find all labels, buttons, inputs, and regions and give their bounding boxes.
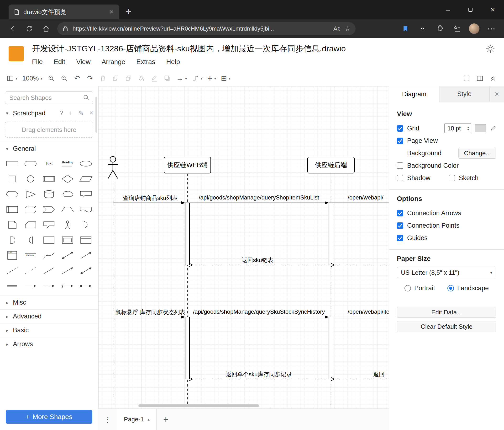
theme-toggle-button[interactable] [486, 44, 495, 54]
extensions-button[interactable] [432, 22, 447, 35]
shape-parallelogram[interactable] [77, 171, 95, 187]
delete-button[interactable] [97, 72, 109, 84]
fullscreen-button[interactable] [460, 72, 472, 84]
clear-default-style-button[interactable]: Clear Default Style [397, 321, 496, 332]
home-button[interactable] [39, 22, 54, 35]
grid-color-swatch[interactable] [475, 124, 486, 132]
view-mode-button[interactable]: ▾ [5, 72, 19, 84]
refresh-button[interactable] [22, 22, 37, 35]
portrait-radio[interactable] [405, 285, 411, 291]
shape-triangle[interactable] [21, 187, 40, 202]
shape-titled-container[interactable] [77, 233, 95, 248]
shape-ellipse[interactable] [77, 156, 95, 171]
shape-data-storage[interactable] [21, 233, 40, 248]
connection-style-dropdown[interactable]: → ▾ [174, 72, 189, 84]
shape-curve[interactable] [40, 248, 58, 263]
read-aloud-icon[interactable]: A)) [333, 25, 341, 32]
shape-callout-rect[interactable] [77, 187, 95, 202]
to-back-button[interactable] [123, 72, 135, 84]
shape-tape[interactable] [77, 202, 95, 217]
message-label[interactable]: 返回单个sku库存同步记录 [226, 371, 292, 378]
page-tab[interactable]: Page-1 ▴ [117, 409, 157, 430]
landscape-option[interactable]: Landscape [447, 285, 489, 292]
section-general[interactable]: ▾ General [0, 142, 98, 156]
scratchpad-dropzone[interactable]: Drag elements here [5, 122, 93, 138]
landscape-radio[interactable] [447, 285, 454, 291]
scratchpad-help-icon[interactable]: ? [60, 109, 63, 117]
scratchpad-header[interactable]: ▾ Scratchpad ? + ✎ × [0, 106, 98, 120]
grid-checkbox[interactable] [397, 125, 403, 132]
shape-link[interactable] [58, 278, 77, 294]
profile-button[interactable] [467, 22, 482, 35]
message-label[interactable]: 鼠标悬浮 库存同步状态列表 [115, 308, 186, 316]
message-label[interactable]: 返回 [373, 371, 385, 378]
portrait-option[interactable]: Portrait [405, 285, 435, 292]
shape-square[interactable] [3, 171, 21, 187]
shape-hexagon[interactable] [3, 187, 21, 202]
shape-list[interactable]: List [3, 248, 21, 263]
shape-rounded-rectangle[interactable] [21, 156, 40, 171]
shape-trapezoid[interactable] [58, 202, 77, 217]
zoom-out-button[interactable] [58, 72, 70, 84]
activation-web-2[interactable] [185, 317, 189, 379]
undo-button[interactable]: ↶ [71, 72, 83, 84]
shape-and[interactable] [3, 233, 21, 248]
shape-heading[interactable]: Heading [58, 156, 77, 171]
actor-figure[interactable] [108, 157, 118, 178]
menu-edit[interactable]: Edit [54, 58, 65, 66]
shape-frame[interactable] [58, 233, 77, 248]
insert-dropdown[interactable]: + ▾ [206, 72, 218, 84]
shape-step[interactable] [40, 202, 58, 217]
shape-cylinder[interactable] [40, 187, 58, 202]
guides-checkbox[interactable] [397, 235, 403, 241]
shape-note[interactable] [3, 217, 21, 233]
message-label[interactable]: /api/goods/shopManage/queryShopItemSkuLi… [199, 194, 319, 201]
shadow-button[interactable] [161, 72, 173, 84]
shape-dashed-arrow-right[interactable] [40, 278, 58, 294]
shape-or[interactable] [77, 217, 95, 233]
sketch-checkbox[interactable] [449, 175, 455, 181]
table-dropdown[interactable]: ⊞ ▾ [219, 72, 233, 84]
activation-backend-2[interactable] [329, 317, 333, 379]
shape-cube[interactable] [21, 202, 40, 217]
message-label[interactable]: 返回sku链表 [242, 256, 273, 264]
close-window-button[interactable]: × [482, 0, 504, 19]
grid-color-edit-icon[interactable] [490, 125, 496, 131]
sidebar-scrollbar[interactable] [95, 97, 97, 133]
menu-view[interactable]: View [76, 58, 90, 66]
back-button[interactable] [5, 22, 20, 35]
format-panel-toggle[interactable] [474, 72, 486, 84]
shape-dashed-line[interactable] [3, 263, 21, 278]
scratchpad-close-icon[interactable]: × [90, 109, 93, 117]
shape-container[interactable] [40, 233, 58, 248]
scratchpad-edit-icon[interactable]: ✎ [79, 109, 84, 117]
activation-web-1[interactable] [185, 203, 189, 265]
scratchpad-add-icon[interactable]: + [69, 109, 73, 117]
menu-file[interactable]: File [32, 58, 43, 66]
shape-arrow-diagonal[interactable] [58, 263, 77, 278]
shape-callout[interactable] [40, 217, 58, 233]
change-background-button[interactable]: Change... [459, 148, 496, 159]
shadow-checkbox[interactable] [397, 175, 403, 181]
diagram-canvas[interactable]: 供应链WEB端 供应链后端 查询店铺商品sku列表 /api/goods/sho… [98, 86, 389, 409]
grid-size-input[interactable]: 10 pt ▴▾ [444, 123, 471, 133]
shape-diamond[interactable] [58, 171, 77, 187]
favorite-star-icon[interactable]: ☆ [345, 25, 350, 32]
activation-backend-1[interactable] [329, 203, 333, 265]
search-shapes-input[interactable] [5, 92, 93, 104]
shape-bidirectional-arrow[interactable] [58, 248, 77, 263]
zoom-in-button[interactable] [45, 72, 57, 84]
edit-data-button[interactable]: Edit Data... [397, 307, 496, 318]
shape-cloud[interactable] [58, 187, 77, 202]
more-shapes-button[interactable]: + More Shapes [6, 410, 92, 424]
search-icon[interactable] [83, 94, 90, 102]
new-tab-button[interactable]: + [126, 6, 132, 17]
menu-extras[interactable]: Extras [136, 58, 155, 66]
section-basic[interactable]: ▸ Basic [0, 323, 98, 337]
page-view-checkbox[interactable] [397, 138, 403, 144]
shape-line[interactable] [40, 263, 58, 278]
favorites-bar-button[interactable] [450, 22, 464, 35]
shape-actor[interactable] [58, 217, 77, 233]
shape-circle[interactable] [21, 171, 40, 187]
minimize-button[interactable]: – [437, 0, 459, 19]
